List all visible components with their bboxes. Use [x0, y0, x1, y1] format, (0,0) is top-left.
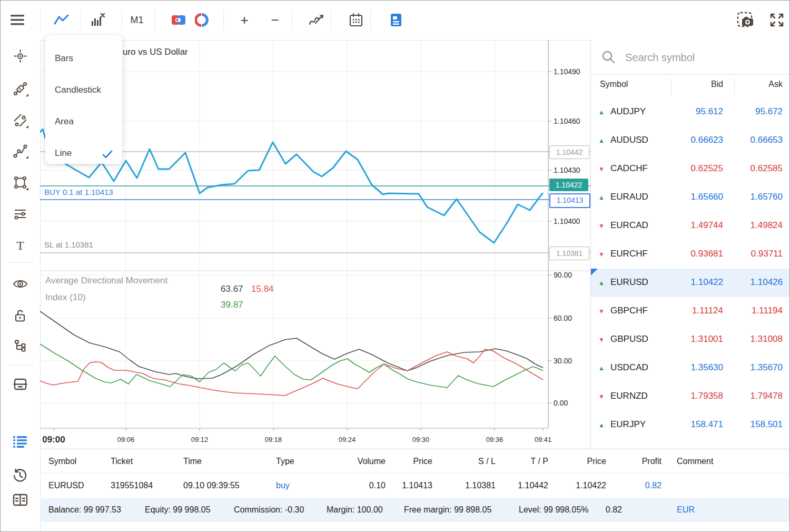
submenu-corner-icon [26, 125, 28, 128]
toolbar-divider [122, 9, 122, 31]
time-axis-tick: 09:30 [412, 436, 430, 444]
market-watch-row[interactable]: ▼ EURCHF 0.93681 0.93711 [591, 240, 790, 269]
row-symbol: GBPCHF [610, 306, 648, 316]
minus-di-value: 15.84 [251, 284, 274, 294]
row-symbol: EURJPY [610, 419, 646, 430]
row-bid: 1.11124 [660, 306, 723, 316]
market-watch-row[interactable]: ▼ GBPUSD 1.31001 1.31008 [591, 326, 790, 354]
object-visibility-button[interactable] [10, 274, 30, 294]
journal-tab-button[interactable] [10, 490, 30, 510]
market-watch-row[interactable]: ▼ CADCHF 0.62525 0.62585 [591, 155, 790, 183]
timeframe-button[interactable]: M1 [127, 10, 147, 30]
positions-header-comment[interactable]: Comment [677, 457, 713, 466]
market-watch-row[interactable]: ▼ GBPCHF 1.11124 1.11194 [591, 297, 790, 326]
market-watch-row[interactable]: ▲ EURAUD 1.65660 1.65760 [591, 183, 790, 212]
positions-header-volume[interactable]: Volume [322, 457, 386, 466]
fullscreen-button[interactable] [767, 10, 787, 30]
position-row[interactable]: EURUSD 319551084 09.10 09:39:55 buy 0.10… [40, 474, 790, 498]
print-button[interactable] [10, 374, 30, 394]
row-bid: 158.471 [660, 419, 723, 430]
one-click-trading-button[interactable] [169, 10, 189, 30]
direction-icon: ▼ [598, 251, 605, 258]
search-input[interactable] [624, 48, 779, 66]
positions-header-sl[interactable]: S / L [443, 457, 496, 466]
indicator-axis-tick: 0.00 [554, 399, 568, 407]
news-button[interactable] [386, 10, 406, 30]
levels-tool-button[interactable] [10, 204, 30, 224]
indicator-axis-tick: 30.00 [554, 357, 572, 365]
row-bid: 95.612 [660, 106, 723, 117]
menu-item-area[interactable]: Area [45, 106, 122, 137]
mw-header-symbol[interactable]: Symbol [600, 80, 628, 89]
time-axis-tick: 09:18 [265, 436, 282, 444]
market-watch-row[interactable]: ▼ EURCAD 1.49744 1.49824 [591, 212, 790, 240]
object-tree-icon [13, 339, 27, 353]
direction-icon: ▼ [598, 393, 605, 400]
zoom-in-button[interactable]: + [234, 10, 254, 30]
depth-of-market-button[interactable] [192, 10, 212, 30]
crosshair-tool-button[interactable] [10, 46, 30, 66]
shape-rectangle-icon [13, 175, 27, 190]
market-watch-row[interactable]: ▲ AUDJPY 95.612 95.672 [591, 98, 790, 126]
row-ask: 1.65760 [720, 192, 783, 202]
calendar-icon [349, 13, 363, 27]
bars-remove-icon [90, 13, 106, 27]
trade-tab-button[interactable] [10, 432, 30, 452]
chart-type-button[interactable] [52, 10, 72, 30]
positions-header-type[interactable]: Type [276, 457, 294, 466]
menu-item-bars[interactable]: Bars [45, 43, 122, 74]
drawing-tools-sidebar: F [1, 40, 41, 532]
toolbar-divider [331, 9, 331, 31]
market-watch-row[interactable]: ▲ USDCAD 1.35630 1.35670 [591, 354, 790, 382]
mw-header-ask[interactable]: Ask [740, 80, 783, 89]
polyline-tool-button[interactable] [10, 141, 30, 161]
indicators-button[interactable] [307, 10, 327, 30]
sell-buy-panel-icon [171, 15, 186, 25]
menu-hamburger-button[interactable] [7, 10, 27, 30]
account-balance: Balance: 99 997.53 [48, 505, 121, 515]
submenu-corner-icon [26, 94, 28, 96]
row-symbol: AUDUSD [610, 135, 648, 145]
menu-item-candlestick[interactable]: Candlestick [45, 74, 122, 106]
positions-header-time[interactable]: Time [183, 457, 202, 466]
fibonacci-line-icon: F [13, 82, 27, 96]
position-time: 09.10 09:39:55 [183, 481, 240, 490]
row-ask: 1.79478 [720, 391, 783, 401]
positions-header-price-open[interactable]: Price [380, 457, 432, 466]
market-watch-row[interactable]: ▲ EURJPY 158.471 158.501 [591, 411, 790, 439]
market-watch-row[interactable]: ▲ AUDUSD 0.66623 0.66653 [591, 126, 790, 155]
account-currency: EUR [677, 505, 695, 515]
shapes-tool-button[interactable] [10, 172, 30, 192]
text-tool-button[interactable]: T [10, 235, 30, 255]
positions-header-symbol[interactable]: Symbol [48, 457, 76, 466]
mw-header-bid[interactable]: Bid [681, 80, 723, 89]
zoom-out-button[interactable]: − [265, 10, 285, 30]
market-watch-row[interactable]: ▼ EURNZD 1.79358 1.79478 [591, 382, 790, 411]
positions-header-profit[interactable]: Profit [609, 457, 661, 466]
row-bid: 1.31001 [660, 334, 723, 344]
chart-title: uro vs US Dollar [123, 47, 188, 57]
positions-header-ticket[interactable]: Ticket [111, 457, 133, 466]
market-watch-row-selected[interactable]: ▲ EURUSD 1.10422 1.10426 [591, 269, 790, 297]
history-tab-button[interactable] [10, 466, 30, 486]
row-symbol: EURNZD [610, 391, 648, 401]
history-clock-icon [13, 468, 27, 483]
fibonacci-tool-button[interactable]: F [10, 78, 30, 98]
time-axis-tick: 09:36 [486, 436, 503, 444]
menu-item-line[interactable]: Line [45, 137, 122, 169]
lock-objects-button[interactable] [10, 306, 30, 326]
toolbar-divider [370, 9, 371, 31]
economic-calendar-button[interactable] [346, 10, 366, 30]
remove-indicator-button[interactable] [88, 10, 108, 30]
positions-header-tp[interactable]: T / P [496, 457, 548, 466]
object-list-button[interactable] [10, 336, 30, 356]
screenshot-button[interactable] [736, 10, 756, 30]
chart-canvas[interactable] [40, 40, 590, 448]
positions-header-price-current[interactable]: Price [554, 457, 606, 466]
sl-level-label: SL at 1.10381 [44, 240, 93, 249]
row-ask: 158.501 [720, 419, 783, 430]
row-symbol: EURCHF [610, 249, 648, 259]
tp-price-badge: 1.10442 [549, 145, 589, 159]
channel-tool-button[interactable] [10, 110, 30, 130]
submenu-corner-icon [26, 188, 28, 190]
